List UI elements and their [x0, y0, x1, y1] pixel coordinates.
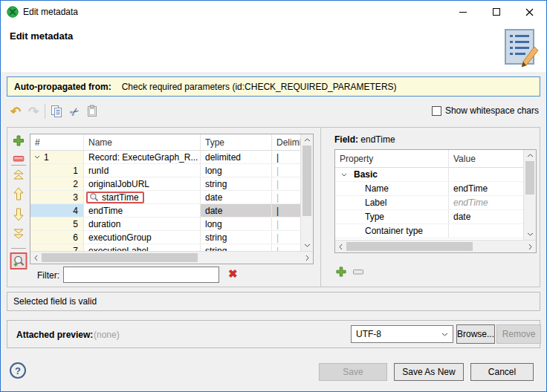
- window-title: Edit metadata: [23, 7, 78, 17]
- fields-horizontal-scrollbar[interactable]: [30, 251, 313, 264]
- scroll-thumb[interactable]: [302, 146, 311, 216]
- move-down-button[interactable]: [13, 208, 24, 223]
- field-row[interactable]: 5 duration long |: [30, 218, 300, 231]
- field-row-clipped[interactable]: 7 executionLabel string |: [30, 244, 300, 251]
- move-bottom-button[interactable]: [13, 229, 25, 241]
- scroll-left-button[interactable]: [30, 252, 42, 264]
- property-group-row[interactable]: Basic: [335, 168, 523, 182]
- close-icon: [525, 8, 534, 16]
- record-delimiter: |: [272, 151, 300, 163]
- attached-preview-panel: Attached preview: (none) UTF-8 Browse...…: [7, 320, 540, 348]
- arrow-down-icon: [13, 208, 24, 221]
- field-row[interactable]: 1 runId long |: [30, 164, 300, 177]
- move-top-button[interactable]: [13, 169, 25, 182]
- property-row[interactable]: Name endTime: [335, 182, 523, 196]
- add-property-button[interactable]: [336, 267, 346, 277]
- filter-input[interactable]: [63, 267, 219, 283]
- browse-button[interactable]: Browse...: [456, 324, 495, 344]
- edit-metadata-dialog: Edit metadata Edit metadata: [0, 0, 547, 392]
- chevron-up-icon: [527, 154, 534, 157]
- encoding-select[interactable]: UTF-8: [351, 325, 453, 343]
- property-vertical-scrollbar[interactable]: [523, 150, 536, 240]
- edit-toolbar: ↶ ↷ ✂: [7, 102, 101, 121]
- remove-property-button[interactable]: [353, 270, 363, 275]
- window-controls: [446, 1, 546, 23]
- metadata-editor-icon: [502, 27, 539, 69]
- show-whitespace-label: Show whitespace chars: [445, 105, 539, 116]
- page-title: Edit metadata: [10, 30, 73, 42]
- column-header-type[interactable]: Type: [201, 134, 272, 150]
- property-table: Property Value Basic Name endTime: [334, 149, 537, 253]
- fields-rows: 1 Record: ExecuteGraph_R... delimited | …: [30, 151, 300, 251]
- scroll-thumb[interactable]: [42, 253, 198, 262]
- scroll-down-button[interactable]: [301, 240, 314, 251]
- column-header-num[interactable]: #: [30, 134, 84, 150]
- help-button[interactable]: ?: [10, 362, 26, 379]
- record-type: delimited: [201, 151, 272, 163]
- property-row[interactable]: Label endTime: [335, 196, 523, 210]
- magnifier-plus-icon: [13, 255, 25, 267]
- toolbar-separator: [45, 104, 45, 119]
- scroll-left-button[interactable]: [335, 241, 346, 253]
- copy-button[interactable]: [48, 102, 65, 120]
- chevron-down-icon: [527, 232, 534, 236]
- cut-button[interactable]: ✂: [65, 102, 83, 120]
- show-whitespace-checkbox[interactable]: Show whitespace chars: [432, 105, 539, 116]
- field-row[interactable]: 6 executionGroup string |: [30, 231, 300, 244]
- undo-icon: ↶: [10, 105, 21, 118]
- field-name: endTime: [360, 134, 395, 145]
- undo-button[interactable]: ↶: [7, 102, 25, 120]
- paste-button[interactable]: [83, 102, 101, 120]
- expand-chevron-icon[interactable]: [34, 155, 40, 159]
- footer-buttons: Save Save As New Cancel: [319, 363, 534, 381]
- scroll-up-button[interactable]: [301, 134, 314, 146]
- field-row-starttime[interactable]: 3 startTime date: [30, 191, 300, 204]
- record-num: 1: [44, 152, 49, 163]
- record-row[interactable]: 1 Record: ExecuteGraph_R... delimited |: [30, 151, 300, 164]
- scroll-thumb[interactable]: [346, 242, 473, 251]
- main-area: # Name Type Delimiter 1 Record: ExecuteG…: [7, 127, 540, 287]
- minimize-button[interactable]: [446, 1, 479, 23]
- double-chevron-down-icon: [13, 229, 25, 239]
- cancel-button[interactable]: Cancel: [470, 363, 534, 381]
- banner-label: Auto-propagated from:: [14, 82, 111, 92]
- column-header-value[interactable]: Value: [449, 150, 523, 167]
- fields-vertical-scrollbar[interactable]: [300, 134, 313, 251]
- scroll-up-button[interactable]: [524, 150, 537, 161]
- scroll-down-button[interactable]: [524, 229, 537, 240]
- redo-button[interactable]: ↷: [25, 102, 42, 120]
- minimize-icon: [459, 12, 467, 13]
- scroll-right-button[interactable]: [525, 241, 536, 253]
- remove-field-button[interactable]: [13, 154, 25, 164]
- maximize-button[interactable]: [479, 1, 513, 23]
- panel-sash[interactable]: [320, 128, 321, 287]
- add-field-button[interactable]: [13, 135, 25, 148]
- validation-status: Selected field is valid: [7, 292, 540, 311]
- dialog-header: Edit metadata: [1, 23, 546, 72]
- scroll-right-button[interactable]: [302, 252, 313, 264]
- expand-chevron-icon[interactable]: [341, 173, 347, 177]
- chevron-right-icon: [528, 244, 532, 250]
- close-button[interactable]: [513, 1, 546, 23]
- remove-button[interactable]: Remove: [496, 324, 541, 344]
- extract-fields-button[interactable]: [13, 255, 25, 267]
- property-horizontal-scrollbar[interactable]: [335, 240, 536, 252]
- column-header-name[interactable]: Name: [84, 134, 201, 150]
- field-row[interactable]: 2 originalJobURL string |: [30, 177, 300, 191]
- field-label: Field:: [334, 134, 358, 145]
- scroll-thumb[interactable]: [525, 161, 534, 195]
- move-up-button[interactable]: [13, 187, 24, 203]
- field-row-selected[interactable]: 4 endTime date |: [30, 204, 300, 218]
- starttime-annotation-box: startTime: [86, 192, 144, 203]
- column-header-property[interactable]: Property: [335, 150, 449, 167]
- property-row[interactable]: Container type: [335, 224, 523, 238]
- checkbox-icon: [432, 106, 441, 116]
- minus-icon: [13, 156, 25, 162]
- strip-separator: [11, 248, 26, 249]
- filter-clear-button[interactable]: ✖: [228, 268, 238, 279]
- save-button[interactable]: Save: [319, 363, 387, 381]
- save-as-new-button[interactable]: Save As New: [394, 363, 464, 381]
- column-header-delimiter[interactable]: Delimiter: [272, 134, 300, 150]
- attached-preview-value: (none): [94, 330, 120, 340]
- property-row[interactable]: Type date: [335, 210, 523, 224]
